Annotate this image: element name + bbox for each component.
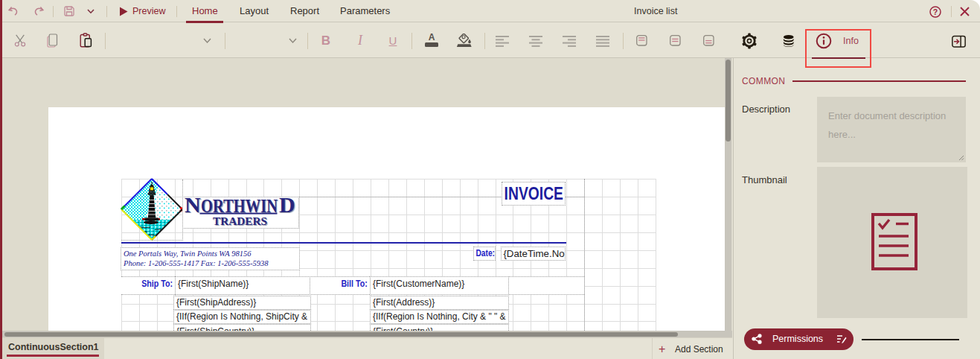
svg-text:D: D — [279, 197, 295, 217]
svg-text:?: ? — [933, 7, 938, 16]
svg-text:N: N — [185, 197, 201, 217]
svg-text:TRADERS: TRADERS — [213, 215, 267, 226]
